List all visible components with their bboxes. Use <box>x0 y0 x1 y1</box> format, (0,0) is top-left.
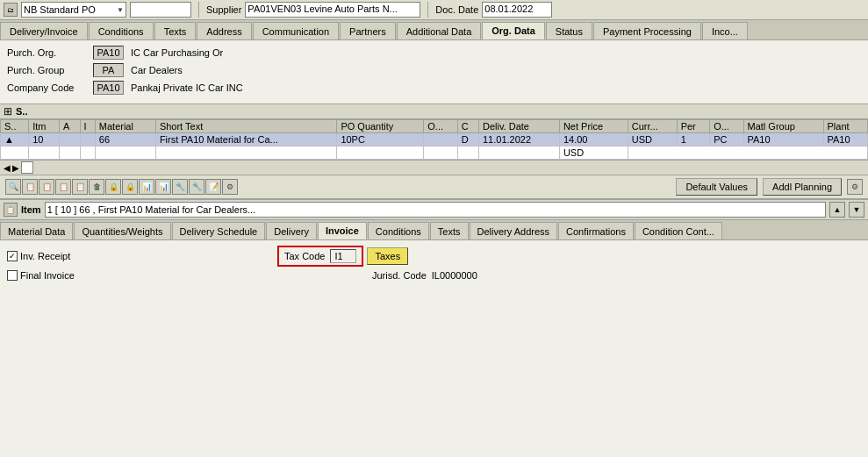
taxes-button[interactable]: Taxes <box>367 247 408 265</box>
tab-inco[interactable]: Inco... <box>702 22 748 39</box>
table-row[interactable]: ▲ 10 66 First PA10 Material for Ca... 10… <box>1 133 868 146</box>
tab-payment-processing[interactable]: Payment Processing <box>593 22 701 39</box>
cell-empty4 <box>80 146 95 160</box>
main-container: 🗂 NB Standard PO ▼ Supplier PA01VEN03 Le… <box>0 0 868 457</box>
tab-status[interactable]: Status <box>546 22 592 39</box>
tab-communication[interactable]: Communication <box>253 22 339 39</box>
toolbar-separator-2 <box>427 2 428 18</box>
purch-group-label: Purch. Group <box>7 65 86 75</box>
doc-date-label: Doc. Date <box>435 4 478 15</box>
icon-toolbar: 🔍 📋 📋 📋 📋 🗑 🔒 🔒 📊 📊 🔧 🔧 📝 ⚙ <box>5 179 238 195</box>
tab-confirmations[interactable]: Confirmations <box>558 222 634 239</box>
item-selector-bar: 📋 Item ▲ ▼ <box>0 199 868 220</box>
scroll-indicator <box>21 161 33 174</box>
doc-type-dropdown[interactable]: NB Standard PO ▼ <box>21 2 126 18</box>
final-invoice-checkbox[interactable] <box>7 270 18 281</box>
purch-org-code: PA10 <box>93 46 124 60</box>
tab-address[interactable]: Address <box>197 22 251 39</box>
top-toolbar: 🗂 NB Standard PO ▼ Supplier PA01VEN03 Le… <box>0 0 868 20</box>
inv-receipt-checkbox-label: Inv. Receipt <box>7 251 95 261</box>
tab-delivery-invoice[interactable]: Delivery/Invoice <box>0 22 88 39</box>
icon-8[interactable]: 📊 <box>139 179 154 195</box>
icon-7[interactable]: 🔒 <box>122 179 138 195</box>
tax-code-value[interactable]: I1 <box>330 249 356 263</box>
search-icon[interactable]: 🔍 <box>5 179 21 195</box>
nav-down-button[interactable]: ▼ <box>849 202 864 218</box>
action-toolbar: 🔍 📋 📋 📋 📋 🗑 🔒 🔒 📊 📊 🔧 🔧 📝 ⚙ Default Valu… <box>0 175 868 199</box>
col-material: Material <box>95 120 155 133</box>
icon-6[interactable]: 🔒 <box>105 179 121 195</box>
tab-org-data[interactable]: Org. Data <box>482 22 545 39</box>
settings-icon[interactable]: ⚙ <box>847 179 863 195</box>
po-number-field[interactable] <box>130 2 191 18</box>
company-code-label: Company Code <box>7 82 86 93</box>
tab-invoice[interactable]: Invoice <box>318 222 367 239</box>
icon-9[interactable]: 📊 <box>155 179 171 195</box>
doc-type-select: NB Standard PO ▼ <box>21 2 126 18</box>
nav-up-button[interactable]: ▲ <box>829 202 845 218</box>
tab-texts-bottom[interactable]: Texts <box>430 222 469 239</box>
icon-1[interactable]: 📋 <box>22 179 38 195</box>
tab-delivery[interactable]: Delivery <box>266 222 317 239</box>
col-plant: Plant <box>823 120 867 133</box>
icon-11[interactable]: 🔧 <box>189 179 204 195</box>
invoice-content: Inv. Receipt Tax Code I1 Taxes Final Inv… <box>0 240 868 457</box>
cell-empty6 <box>155 146 337 160</box>
item-selector-dropdown[interactable] <box>45 202 826 218</box>
icon-2[interactable]: 📋 <box>39 179 54 195</box>
tab-additional-data[interactable]: Additional Data <box>397 22 482 39</box>
default-values-button[interactable]: Default Values <box>676 178 757 196</box>
col-matl-group: Matl Group <box>743 120 823 133</box>
addl-planning-button[interactable]: Addl Planning <box>763 178 842 196</box>
grid-section-label: S.. <box>16 106 27 117</box>
icon-3[interactable]: 📋 <box>55 179 71 195</box>
purch-group-row: Purch. Group PA Car Dealers <box>7 63 861 77</box>
col-curr: Curr... <box>628 120 677 133</box>
tab-conditions-bottom[interactable]: Conditions <box>368 222 429 239</box>
col-short-text: Short Text <box>155 120 337 133</box>
supplier-field[interactable]: PA01VEN03 Levine Auto Parts N... <box>245 2 420 18</box>
cell-empty8 <box>424 146 457 160</box>
table-row-currency: USD <box>1 146 868 160</box>
tab-delivery-address[interactable]: Delivery Address <box>470 222 558 239</box>
action-left-group: 🔍 📋 📋 📋 📋 🗑 🔒 🔒 📊 📊 🔧 🔧 📝 ⚙ <box>5 179 238 195</box>
inv-receipt-checkbox[interactable] <box>7 251 18 261</box>
icon-4[interactable]: 📋 <box>72 179 88 195</box>
po-items-table: S.. Itm A I Material Short Text PO Quant… <box>0 119 868 160</box>
scroll-left-icon[interactable]: ◀ <box>4 163 11 173</box>
tax-code-label: Tax Code <box>284 251 325 261</box>
tab-conditions[interactable]: Conditions <box>89 22 154 39</box>
icon-5[interactable]: 🗑 <box>89 179 104 195</box>
tax-code-section: Tax Code I1 <box>277 246 363 267</box>
col-a: A <box>60 120 80 133</box>
dropdown-arrow-icon: ▼ <box>117 6 124 14</box>
cell-empty11 <box>628 146 867 160</box>
item-panel-icon[interactable]: 📋 <box>4 203 18 217</box>
cell-empty9 <box>457 146 478 160</box>
supplier-label: Supplier <box>206 4 241 15</box>
scroll-right-icon[interactable]: ▶ <box>12 163 19 173</box>
doc-date-field[interactable]: 08.01.2022 <box>482 2 552 18</box>
tab-partners[interactable]: Partners <box>340 22 396 39</box>
tab-delivery-schedule[interactable]: Delivery Schedule <box>172 222 266 239</box>
grid-expand-icon[interactable]: ⊞ <box>4 105 12 118</box>
tab-texts[interactable]: Texts <box>154 22 197 39</box>
org-data-content: Purch. Org. PA10 IC Car Purchasing Or Pu… <box>0 40 868 104</box>
company-code-value: Pankaj Private IC Car INC <box>131 82 243 93</box>
left-panel-icon[interactable]: 🗂 <box>4 3 18 17</box>
tab-quantities-weights[interactable]: Quantities/Weights <box>74 222 170 239</box>
icon-10[interactable]: 🔧 <box>172 179 188 195</box>
tab-condition-cont[interactable]: Condition Cont... <box>635 222 722 239</box>
icon-13[interactable]: ⚙ <box>222 179 238 195</box>
cell-empty5 <box>95 146 155 160</box>
col-o2: O... <box>710 120 743 133</box>
icon-12[interactable]: 📝 <box>205 179 221 195</box>
final-invoice-row: Final Invoice Jurisd. Code IL0000000 <box>7 270 861 281</box>
tab-material-data[interactable]: Material Data <box>0 222 73 239</box>
cell-c: D <box>457 133 478 146</box>
doc-type-label: NB Standard PO <box>24 4 96 15</box>
cell-net-price: 14.00 <box>559 133 628 146</box>
top-tab-bar: Delivery/Invoice Conditions Texts Addres… <box>0 20 868 40</box>
col-deliv-date: Deliv. Date <box>478 120 559 133</box>
inv-receipt-row: Inv. Receipt Tax Code I1 Taxes <box>7 246 861 267</box>
